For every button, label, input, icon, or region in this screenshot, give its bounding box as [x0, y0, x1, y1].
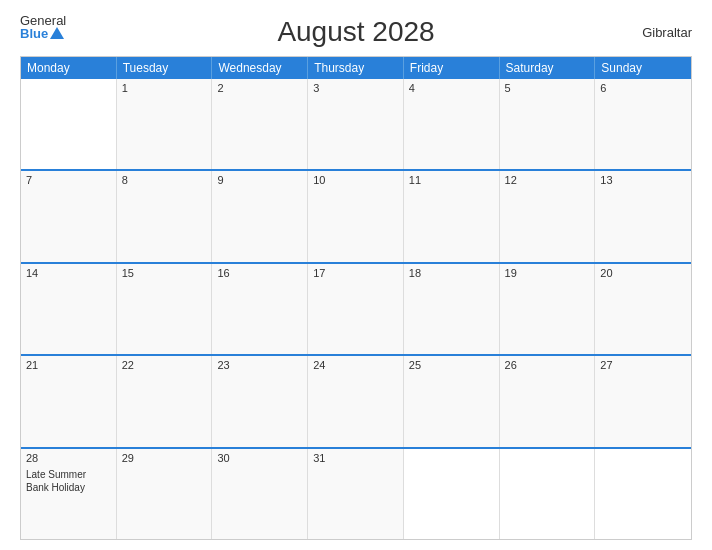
- calendar-row-4: 28Late Summer Bank Holiday293031: [21, 449, 691, 539]
- calendar-row-2: 14151617181920: [21, 264, 691, 356]
- day-number: 28: [26, 452, 111, 464]
- day-number: 10: [313, 174, 398, 186]
- day-number: 3: [313, 82, 398, 94]
- day-number: 2: [217, 82, 302, 94]
- day-number: 29: [122, 452, 207, 464]
- day-number: 4: [409, 82, 494, 94]
- cal-cell-4-3: 31: [308, 449, 404, 539]
- day-number: 13: [600, 174, 686, 186]
- cal-cell-0-1: 1: [117, 79, 213, 169]
- cal-cell-4-4: [404, 449, 500, 539]
- calendar-row-3: 21222324252627: [21, 356, 691, 448]
- day-number: 27: [600, 359, 686, 371]
- day-number: 30: [217, 452, 302, 464]
- cal-cell-3-0: 21: [21, 356, 117, 446]
- logo-blue-text: Blue: [20, 27, 66, 40]
- cal-cell-1-6: 13: [595, 171, 691, 261]
- cal-cell-0-0: [21, 79, 117, 169]
- day-number: 8: [122, 174, 207, 186]
- cal-cell-4-2: 30: [212, 449, 308, 539]
- page: General Blue August 2028 Gibraltar Monda…: [0, 0, 712, 550]
- day-number: 22: [122, 359, 207, 371]
- header-thursday: Thursday: [308, 57, 404, 79]
- day-number: 20: [600, 267, 686, 279]
- cal-cell-1-0: 7: [21, 171, 117, 261]
- cal-cell-0-3: 3: [308, 79, 404, 169]
- cal-cell-0-6: 6: [595, 79, 691, 169]
- cal-cell-1-5: 12: [500, 171, 596, 261]
- day-number: 5: [505, 82, 590, 94]
- cal-cell-3-4: 25: [404, 356, 500, 446]
- day-number: 17: [313, 267, 398, 279]
- cal-cell-4-5: [500, 449, 596, 539]
- page-title: August 2028: [277, 16, 434, 48]
- calendar-body: 1234567891011121314151617181920212223242…: [21, 79, 691, 539]
- day-number: 19: [505, 267, 590, 279]
- cal-cell-1-3: 10: [308, 171, 404, 261]
- cal-cell-2-0: 14: [21, 264, 117, 354]
- day-number: 31: [313, 452, 398, 464]
- cal-cell-4-1: 29: [117, 449, 213, 539]
- cal-cell-1-1: 8: [117, 171, 213, 261]
- calendar-row-0: 123456: [21, 79, 691, 171]
- cal-cell-3-5: 26: [500, 356, 596, 446]
- cal-cell-2-1: 15: [117, 264, 213, 354]
- cal-cell-2-5: 19: [500, 264, 596, 354]
- logo-triangle-icon: [50, 27, 64, 39]
- cal-cell-2-2: 16: [212, 264, 308, 354]
- header-friday: Friday: [404, 57, 500, 79]
- cal-cell-3-3: 24: [308, 356, 404, 446]
- day-number: 15: [122, 267, 207, 279]
- day-number: 25: [409, 359, 494, 371]
- cal-cell-1-4: 11: [404, 171, 500, 261]
- calendar-header: General Blue August 2028 Gibraltar: [20, 10, 692, 52]
- day-event: Late Summer Bank Holiday: [26, 468, 111, 494]
- calendar-row-1: 78910111213: [21, 171, 691, 263]
- day-number: 6: [600, 82, 686, 94]
- logo: General Blue: [20, 14, 66, 40]
- region-label: Gibraltar: [642, 25, 692, 40]
- day-number: 26: [505, 359, 590, 371]
- header-saturday: Saturday: [500, 57, 596, 79]
- day-number: 7: [26, 174, 111, 186]
- header-sunday: Sunday: [595, 57, 691, 79]
- cal-cell-4-0: 28Late Summer Bank Holiday: [21, 449, 117, 539]
- day-number: 21: [26, 359, 111, 371]
- calendar-weekday-header: Monday Tuesday Wednesday Thursday Friday…: [21, 57, 691, 79]
- cal-cell-2-4: 18: [404, 264, 500, 354]
- day-number: 9: [217, 174, 302, 186]
- header-tuesday: Tuesday: [117, 57, 213, 79]
- day-number: 16: [217, 267, 302, 279]
- day-number: 12: [505, 174, 590, 186]
- day-number: 18: [409, 267, 494, 279]
- cal-cell-0-5: 5: [500, 79, 596, 169]
- header-wednesday: Wednesday: [212, 57, 308, 79]
- cal-cell-0-4: 4: [404, 79, 500, 169]
- cal-cell-2-3: 17: [308, 264, 404, 354]
- day-number: 14: [26, 267, 111, 279]
- cal-cell-2-6: 20: [595, 264, 691, 354]
- header-monday: Monday: [21, 57, 117, 79]
- cal-cell-4-6: [595, 449, 691, 539]
- day-number: 11: [409, 174, 494, 186]
- cal-cell-1-2: 9: [212, 171, 308, 261]
- cal-cell-3-2: 23: [212, 356, 308, 446]
- cal-cell-3-6: 27: [595, 356, 691, 446]
- cal-cell-0-2: 2: [212, 79, 308, 169]
- calendar-grid: Monday Tuesday Wednesday Thursday Friday…: [20, 56, 692, 540]
- day-number: 23: [217, 359, 302, 371]
- cal-cell-3-1: 22: [117, 356, 213, 446]
- day-number: 24: [313, 359, 398, 371]
- day-number: 1: [122, 82, 207, 94]
